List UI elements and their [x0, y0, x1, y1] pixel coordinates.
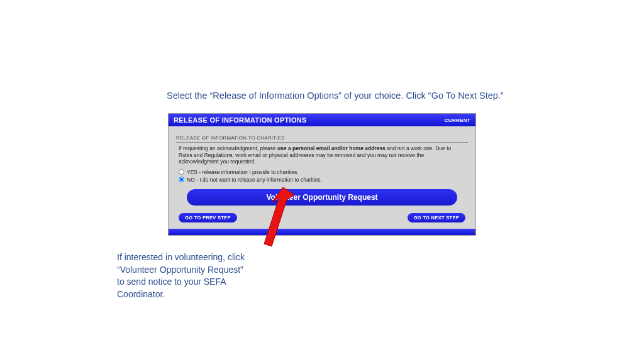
panel-body: RELEASE OF INFORMATION TO CHARITIES If r…	[169, 126, 475, 229]
option-no-label: NO - I do not want to release any inform…	[187, 177, 322, 183]
next-step-button[interactable]: GO TO NEXT STEP	[408, 213, 465, 222]
panel-title: RELEASE OF INFORMATION OPTIONS	[174, 116, 307, 124]
current-badge: CURRENT	[445, 118, 470, 123]
option-yes-radio[interactable]	[179, 169, 184, 175]
option-no-radio[interactable]	[179, 177, 184, 182]
nav-row: GO TO PREV STEP GO TO NEXT STEP	[175, 209, 469, 222]
option-yes-row[interactable]: YES - release information I provide to c…	[179, 169, 465, 175]
disclaimer-bold: use a personal email and/or home address	[277, 145, 386, 151]
sub-header: RELEASE OF INFORMATION TO CHARITIES	[176, 135, 468, 143]
instruction-bottom: If interested in volunteering, click “Vo…	[117, 251, 249, 300]
prev-step-button[interactable]: GO TO PREV STEP	[179, 213, 237, 222]
disclaimer-text: If requesting an acknowledgment, please …	[179, 145, 465, 165]
panel-header: RELEASE OF INFORMATION OPTIONS CURRENT	[169, 114, 475, 126]
option-no-row[interactable]: NO - I do not want to release any inform…	[179, 177, 465, 183]
disclaimer-pre: If requesting an acknowledgment, please	[179, 145, 277, 151]
panel-footer	[169, 229, 475, 235]
option-yes-label: YES - release information I provide to c…	[187, 169, 299, 175]
volunteer-button[interactable]: Volunteer Opportunity Request	[187, 189, 457, 206]
instruction-top: Select the “Release of Information Optio…	[167, 90, 504, 101]
release-info-panel: RELEASE OF INFORMATION OPTIONS CURRENT R…	[168, 113, 476, 236]
